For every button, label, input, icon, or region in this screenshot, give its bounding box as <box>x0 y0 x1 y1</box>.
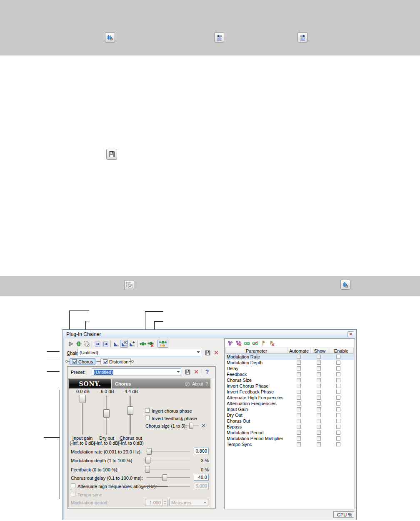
modulation-rate-value[interactable]: 0.800 <box>194 448 209 454</box>
show-checkbox[interactable] <box>317 355 321 359</box>
automate-checkbox[interactable] <box>297 413 301 417</box>
parameter-row[interactable]: Modulation Depth <box>225 360 354 366</box>
shift-selection-right-button[interactable] <box>298 33 308 43</box>
enable-checkbox[interactable] <box>336 396 340 400</box>
spinner-arrows-icon[interactable]: ▲▼ <box>162 499 168 506</box>
show-checkbox[interactable] <box>317 419 321 423</box>
chain-tab-distortion[interactable]: Distortion <box>100 358 131 365</box>
parameter-row[interactable]: Modulation Period Multiplier <box>225 436 354 441</box>
help-link[interactable]: ? <box>205 382 208 386</box>
save-button[interactable] <box>106 149 117 160</box>
automate-checkbox[interactable] <box>297 419 301 423</box>
chorus-out-delay-slider[interactable] <box>146 477 190 478</box>
about-link[interactable]: About <box>192 382 203 386</box>
enable-checkbox[interactable] <box>336 431 340 435</box>
show-checkbox[interactable] <box>317 407 321 411</box>
invert-feedback-phase-checkbox[interactable] <box>145 416 150 420</box>
automate-checkbox[interactable] <box>297 442 301 446</box>
save-preset-button[interactable] <box>184 368 191 376</box>
add-plugin-button[interactable] <box>139 340 147 348</box>
plugin-scrollbar[interactable] <box>212 378 215 507</box>
parameter-row[interactable]: Bypass <box>225 424 354 430</box>
parameter-row[interactable]: Tempo Sync <box>225 441 354 447</box>
parameter-row[interactable]: Dry Out <box>225 412 354 418</box>
column-header[interactable]: Automate <box>288 348 311 353</box>
tail-ignore-button[interactable] <box>112 340 120 348</box>
enable-checkbox[interactable] <box>336 366 340 371</box>
enable-checkbox[interactable] <box>336 407 340 411</box>
show-checkbox[interactable] <box>317 390 321 394</box>
shift-plugin-right-button[interactable] <box>101 340 109 348</box>
enable-checkbox[interactable] <box>336 401 340 406</box>
modulation-rate-slider[interactable] <box>146 451 190 452</box>
automate-checkbox[interactable] <box>297 425 301 429</box>
automate-checkbox[interactable] <box>297 401 301 406</box>
plugin-help-button[interactable]: ? <box>203 368 211 376</box>
enable-checkbox[interactable] <box>336 378 340 382</box>
modulation-period-spinner[interactable]: 1.000 ▲▼ <box>145 499 168 506</box>
feedback-thumb[interactable] <box>145 466 150 473</box>
enable-checkbox[interactable] <box>336 413 340 417</box>
automate-checkbox[interactable] <box>297 407 301 411</box>
waveform-hand-button-2[interactable] <box>340 280 350 290</box>
parameter-row[interactable]: Chorus Out <box>225 418 354 424</box>
automate-checkbox[interactable] <box>297 366 301 371</box>
automate-checkbox[interactable] <box>297 378 301 382</box>
show-checkbox[interactable] <box>317 401 321 406</box>
feedback-slider[interactable] <box>146 469 190 470</box>
enable-checkbox[interactable] <box>336 384 340 388</box>
parameter-row[interactable]: Modulation Period <box>225 430 354 436</box>
chorus-out-thumb[interactable] <box>127 406 133 415</box>
chorus-out-slider[interactable] <box>130 396 131 435</box>
modulation-depth-thumb[interactable] <box>145 457 150 463</box>
show-checkbox[interactable] <box>317 413 321 417</box>
hide-all-button[interactable] <box>252 340 258 346</box>
enable-checkbox[interactable] <box>336 436 340 441</box>
show-checkbox[interactable] <box>317 431 321 435</box>
disarm-all-automation-button[interactable] <box>235 340 242 346</box>
enable-all-button[interactable] <box>260 340 267 346</box>
tempo-sync-checkbox[interactable] <box>71 492 75 496</box>
enable-checkbox[interactable] <box>336 355 340 359</box>
show-checkbox[interactable] <box>317 384 321 388</box>
show-all-button[interactable] <box>244 340 250 346</box>
show-checkbox[interactable] <box>317 366 321 371</box>
parameter-row[interactable]: Modulation Rate <box>225 354 354 360</box>
parameter-row[interactable]: Invert Chorus Phase <box>225 383 354 389</box>
process-selection-button[interactable] <box>82 340 90 348</box>
preset-combo[interactable]: (Untitled) <box>92 368 181 376</box>
enable-checkbox[interactable] <box>336 442 340 446</box>
modulation-rate-thumb[interactable] <box>147 448 152 455</box>
chorus-size-thumb[interactable] <box>189 423 193 429</box>
preview-button[interactable] <box>67 340 75 348</box>
arm-all-automation-button[interactable] <box>227 340 233 346</box>
waveform-hand-button[interactable] <box>105 33 115 43</box>
chorus-out-delay-value[interactable]: 40.0 <box>194 474 209 481</box>
remove-plugin-button[interactable] <box>147 340 155 348</box>
enable-checkbox[interactable] <box>336 361 340 365</box>
automate-checkbox[interactable] <box>297 355 301 359</box>
show-checkbox[interactable] <box>317 378 321 382</box>
save-chain-button[interactable] <box>204 349 211 356</box>
automate-checkbox[interactable] <box>297 384 301 388</box>
chorus-enabled-checkbox[interactable] <box>72 359 77 364</box>
invert-chorus-phase-checkbox[interactable] <box>145 408 150 413</box>
column-header[interactable]: Enable <box>329 348 353 353</box>
enable-checkbox[interactable] <box>336 390 340 394</box>
enable-checkbox[interactable] <box>336 425 340 429</box>
automate-checkbox[interactable] <box>297 431 301 435</box>
attenuate-checkbox[interactable] <box>71 483 75 488</box>
parameter-row[interactable]: Feedback <box>225 371 354 377</box>
tail-process-button[interactable] <box>120 340 128 348</box>
parameter-row[interactable]: Invert Feedback Phase <box>225 389 354 395</box>
modulation-period-unit-dropdown[interactable]: Measures <box>169 499 208 506</box>
delete-preset-button[interactable]: ✕ <box>192 368 200 376</box>
enable-checkbox[interactable] <box>336 372 340 376</box>
bypass-icon[interactable] <box>185 382 190 386</box>
tail-insert-button[interactable] <box>128 340 136 348</box>
column-header[interactable]: Parameter <box>226 348 288 353</box>
chorus-out-delay-thumb[interactable] <box>162 474 167 481</box>
parameter-row[interactable]: Chorus Size <box>225 377 354 383</box>
automate-checkbox[interactable] <box>297 390 301 394</box>
delete-chain-button[interactable]: ✕ <box>212 349 220 356</box>
